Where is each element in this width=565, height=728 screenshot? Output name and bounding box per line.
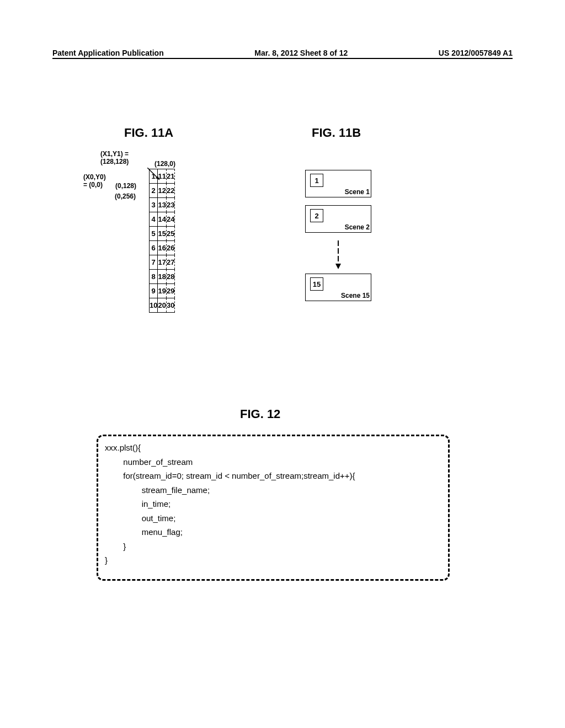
scene-number: 2 xyxy=(310,209,323,222)
code-line: number_of_stream xyxy=(105,455,441,469)
figure-11b: 1 Scene 1 2 Scene 2 15 Scene 15 xyxy=(305,170,371,309)
page-header: Patent Application Publication Mar. 8, 2… xyxy=(0,49,565,57)
table-row: 21222 xyxy=(150,184,175,198)
header-left: Patent Application Publication xyxy=(52,49,164,57)
table-row: 31323 xyxy=(150,198,175,212)
continuation-arrow-icon xyxy=(305,240,371,274)
code-line: stream_file_name; xyxy=(105,483,441,497)
fig-12-title: FIG. 12 xyxy=(240,407,280,421)
scene-label: Scene 2 xyxy=(345,223,370,231)
code-line: in_time; xyxy=(105,497,441,511)
scene-number: 15 xyxy=(310,277,323,291)
code-line: } xyxy=(105,539,441,554)
grid-table: 11121 21222 31323 41424 51525 61626 7172… xyxy=(149,169,175,313)
code-line: xxx.plst(){ xyxy=(105,441,441,455)
scene-box: 1 Scene 1 xyxy=(305,170,371,197)
table-row: 41424 xyxy=(150,212,175,227)
table-row: 61626 xyxy=(150,241,175,255)
scene-number: 1 xyxy=(310,174,323,187)
table-row: 91929 xyxy=(150,284,175,298)
fig-11a-title: FIG. 11A xyxy=(124,126,173,140)
coord-0-256: (0,256) xyxy=(115,192,136,200)
code-line: out_time; xyxy=(105,511,441,526)
header-right: US 2012/0057849 A1 xyxy=(439,49,513,57)
table-row: 11121 xyxy=(150,169,175,184)
scene-box: 15 Scene 15 xyxy=(305,274,371,301)
header-rule xyxy=(52,58,513,59)
scene-label: Scene 15 xyxy=(341,292,370,299)
fig-11b-title: FIG. 11B xyxy=(312,126,361,140)
coord-128-0: (128,0) xyxy=(154,160,175,168)
header-center: Mar. 8, 2012 Sheet 8 of 12 xyxy=(254,49,348,57)
table-row: 51525 xyxy=(150,227,175,241)
figure-12-codebox: xxx.plst(){ number_of_stream for(stream_… xyxy=(97,435,450,581)
coord-x0y0: (X0,Y0) = (0,0) xyxy=(83,173,106,189)
code-line: } xyxy=(105,553,441,568)
coord-x1y1: (X1,Y1) = (128,128) xyxy=(100,150,129,165)
scene-box: 2 Scene 2 xyxy=(305,205,371,233)
table-row: 81828 xyxy=(150,270,175,284)
scene-label: Scene 1 xyxy=(345,188,370,196)
code-line: menu_flag; xyxy=(105,525,441,539)
coord-0-128: (0,128) xyxy=(115,182,136,190)
code-line: for(stream_id=0; stream_id < number_of_s… xyxy=(105,469,441,483)
table-row: 71727 xyxy=(150,255,175,270)
table-row: 102030 xyxy=(150,298,175,313)
